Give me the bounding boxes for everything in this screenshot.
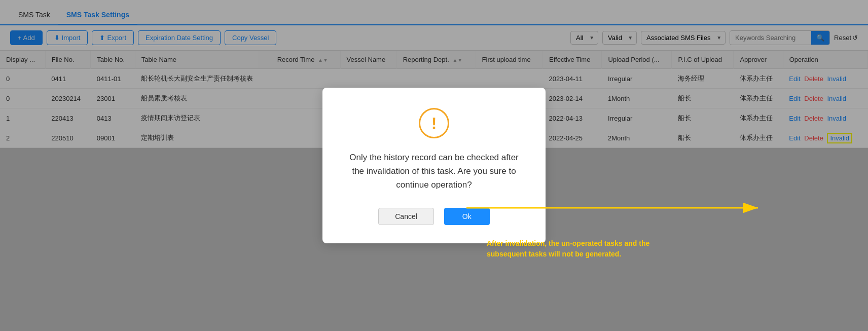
confirmation-modal: ! Only the history record can be checked… <box>322 88 546 244</box>
modal-message: Only the history record can be checked a… <box>348 151 520 192</box>
modal-overlay: ! Only the history record can be checked… <box>0 0 868 331</box>
modal-buttons: Cancel Ok <box>348 208 520 225</box>
exclamation-icon: ! <box>431 115 437 131</box>
cancel-button[interactable]: Cancel <box>378 208 434 225</box>
modal-warning-icon: ! <box>419 108 449 138</box>
ok-button[interactable]: Ok <box>444 208 490 225</box>
